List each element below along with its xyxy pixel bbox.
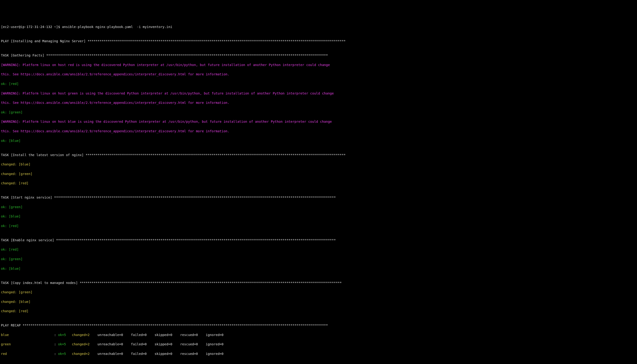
ok-status: ok: [red] bbox=[1, 247, 636, 252]
ok-status: ok: [red] bbox=[1, 224, 636, 228]
play-recap-header: PLAY RECAP *****************************… bbox=[1, 324, 328, 327]
changed-status: changed: [green] bbox=[1, 290, 636, 294]
changed-status: changed: [red] bbox=[1, 309, 636, 313]
warning-line: [WARNING]: Platform linux on host red is… bbox=[1, 62, 636, 67]
task-header-enable: TASK [Enable nginx service] ************… bbox=[1, 238, 336, 242]
warning-line: [WARNING]: Platform linux on host blue i… bbox=[1, 119, 636, 124]
warning-line: this. See https://docs.ansible.com/ansib… bbox=[1, 72, 636, 76]
changed-status: changed: [blue] bbox=[1, 299, 636, 304]
ok-status: ok: [green] bbox=[1, 205, 636, 209]
ok-status: ok: [blue] bbox=[1, 138, 636, 143]
recap-row: red : ok=5 changed=2 unreachable=0 faile… bbox=[1, 352, 636, 356]
task-header-gathering: TASK [Gathering Facts] *****************… bbox=[1, 54, 328, 57]
ok-status: ok: [green] bbox=[1, 257, 636, 261]
recap-row: green : ok=5 changed=2 unreachable=0 fai… bbox=[1, 342, 636, 346]
ok-status: ok: [green] bbox=[1, 110, 636, 114]
ok-status: ok: [blue] bbox=[1, 214, 636, 219]
warning-line: this. See https://docs.ansible.com/ansib… bbox=[1, 129, 636, 134]
ok-status: ok: [blue] bbox=[1, 266, 636, 271]
changed-status: changed: [green] bbox=[1, 172, 636, 176]
shell-prompt: [ec2-user@ip-172-31-24-132 ~]$ bbox=[1, 25, 62, 29]
recap-row: blue : ok=5 changed=2 unreachable=0 fail… bbox=[1, 332, 636, 337]
warning-line: this. See https://docs.ansible.com/ansib… bbox=[1, 100, 636, 105]
task-header-copy: TASK [Copy index.html to managed nodes] … bbox=[1, 281, 342, 285]
task-header-install: TASK [Install the latest version of ngin… bbox=[1, 153, 346, 157]
terminal-output: [ec2-user@ip-172-31-24-132 ~]$ ansible-p… bbox=[1, 20, 636, 364]
changed-status: changed: [red] bbox=[1, 181, 636, 186]
command-text: ansible-playbook nginx-playbook.yaml -i … bbox=[62, 25, 172, 29]
ok-status: ok: [red] bbox=[1, 82, 636, 86]
changed-status: changed: [blue] bbox=[1, 162, 636, 166]
play-header: PLAY [Installing and Managing Nginx Serv… bbox=[1, 39, 346, 43]
warning-line: [WARNING]: Platform linux on host green … bbox=[1, 91, 636, 96]
task-header-start: TASK [Start nginx service] *************… bbox=[1, 196, 336, 199]
